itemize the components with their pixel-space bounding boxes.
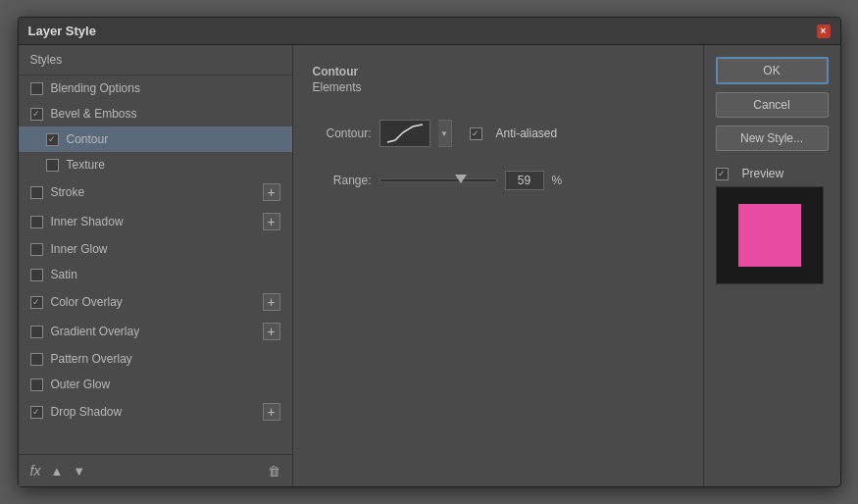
add-color-overlay-button[interactable]: + <box>263 293 280 311</box>
new-style-button[interactable]: New Style... <box>716 126 829 151</box>
label-inner-glow: Inner Glow <box>51 242 108 256</box>
add-drop-shadow-button[interactable]: + <box>263 403 280 421</box>
add-inner-shadow-button[interactable]: + <box>263 213 280 230</box>
label-color-overlay: Color Overlay <box>51 295 123 309</box>
section-title-contour: Contour Elements <box>313 65 683 104</box>
preview-section: Preview <box>716 167 829 284</box>
close-button[interactable]: × <box>817 25 831 38</box>
contour-row: Contour: ▼ Anti-aliased <box>313 120 683 147</box>
sidebar-item-inner-shadow[interactable]: Inner Shadow + <box>19 207 292 236</box>
contour-preview[interactable] <box>379 120 430 147</box>
checkbox-texture[interactable] <box>46 159 59 172</box>
dialog-title: Layer Style <box>28 24 96 38</box>
checkbox-outer-glow[interactable] <box>30 378 43 391</box>
main-panel: Contour Elements Contour: ▼ Anti-aliased <box>293 45 703 486</box>
checkbox-anti-aliased[interactable] <box>470 127 482 140</box>
checkbox-inner-glow[interactable] <box>30 243 43 256</box>
label-inner-shadow: Inner Shadow <box>51 215 124 228</box>
add-gradient-overlay-button[interactable]: + <box>263 323 280 340</box>
style-list: Blending Options Bevel & Emboss Contour … <box>19 76 292 454</box>
sidebar-item-outer-glow[interactable]: Outer Glow <box>19 372 292 397</box>
sidebar-item-inner-glow[interactable]: Inner Glow <box>19 236 292 262</box>
checkbox-color-overlay[interactable] <box>30 296 43 309</box>
move-down-button[interactable]: ▼ <box>73 464 85 479</box>
checkbox-bevel-emboss[interactable] <box>30 108 43 121</box>
range-percent-sign: % <box>552 174 563 187</box>
label-satin: Satin <box>51 268 77 281</box>
label-blending-options: Blending Options <box>51 81 140 95</box>
cancel-button[interactable]: Cancel <box>716 92 829 118</box>
checkbox-blending-options[interactable] <box>30 82 43 95</box>
preview-canvas <box>716 186 824 284</box>
range-slider-thumb[interactable] <box>455 175 467 183</box>
checkbox-satin[interactable] <box>30 269 43 281</box>
checkbox-pattern-overlay[interactable] <box>30 353 43 366</box>
dialog-body: Styles Blending Options Bevel & Emboss C… <box>19 45 840 486</box>
label-gradient-overlay: Gradient Overlay <box>51 325 140 338</box>
title-bar: Layer Style × <box>19 18 840 45</box>
sidebar-item-blending-options[interactable]: Blending Options <box>19 76 292 101</box>
label-stroke: Stroke <box>51 185 85 199</box>
range-slider-track[interactable] <box>379 178 497 182</box>
preview-label: Preview <box>742 167 784 180</box>
checkbox-stroke[interactable] <box>30 186 43 199</box>
label-bevel-emboss: Bevel & Emboss <box>51 107 137 121</box>
delete-style-button[interactable]: 🗑 <box>268 464 280 479</box>
sidebar-item-pattern-overlay[interactable]: Pattern Overlay <box>19 346 292 372</box>
sidebar-item-satin[interactable]: Satin <box>19 262 292 287</box>
move-up-button[interactable]: ▲ <box>50 464 63 479</box>
checkbox-gradient-overlay[interactable] <box>30 326 43 338</box>
left-panel: Styles Blending Options Bevel & Emboss C… <box>19 45 293 486</box>
sidebar-item-stroke[interactable]: Stroke + <box>19 177 292 207</box>
preview-label-row: Preview <box>716 167 829 180</box>
checkbox-drop-shadow[interactable] <box>30 406 43 419</box>
label-contour: Contour <box>67 132 109 146</box>
label-drop-shadow: Drop Shadow <box>51 405 123 419</box>
fx-label: fx <box>30 463 41 479</box>
checkbox-inner-shadow[interactable] <box>30 216 43 228</box>
layer-style-dialog: Layer Style × Styles Blending Options Be… <box>18 17 841 487</box>
right-panel: OK Cancel New Style... Preview <box>703 45 840 486</box>
ok-button[interactable]: OK <box>716 57 829 84</box>
sidebar-item-color-overlay[interactable]: Color Overlay + <box>19 287 292 317</box>
add-stroke-button[interactable]: + <box>263 183 280 201</box>
contour-curve-svg <box>385 123 425 144</box>
left-panel-footer: fx ▲ ▼ 🗑 <box>19 454 292 486</box>
range-value-input[interactable] <box>505 171 544 190</box>
label-outer-glow: Outer Glow <box>51 378 111 391</box>
sidebar-item-drop-shadow[interactable]: Drop Shadow + <box>19 397 292 427</box>
sidebar-item-contour[interactable]: Contour <box>19 126 292 152</box>
anti-alias-label: Anti-aliased <box>496 126 558 140</box>
checkbox-contour[interactable] <box>46 133 59 146</box>
sidebar-item-bevel-emboss[interactable]: Bevel & Emboss <box>19 101 292 126</box>
anti-alias-row: Anti-aliased <box>470 126 558 140</box>
range-label: Range: <box>313 174 372 187</box>
styles-header: Styles <box>19 45 292 76</box>
range-row: Range: % <box>313 171 683 190</box>
label-texture: Texture <box>67 158 105 172</box>
contour-dropdown-button[interactable]: ▼ <box>438 120 452 147</box>
contour-label: Contour: <box>313 126 372 140</box>
label-pattern-overlay: Pattern Overlay <box>51 352 132 366</box>
preview-pink-rectangle <box>738 204 801 267</box>
checkbox-preview[interactable] <box>716 168 729 180</box>
sidebar-item-gradient-overlay[interactable]: Gradient Overlay + <box>19 317 292 346</box>
sidebar-item-texture[interactable]: Texture <box>19 152 292 177</box>
